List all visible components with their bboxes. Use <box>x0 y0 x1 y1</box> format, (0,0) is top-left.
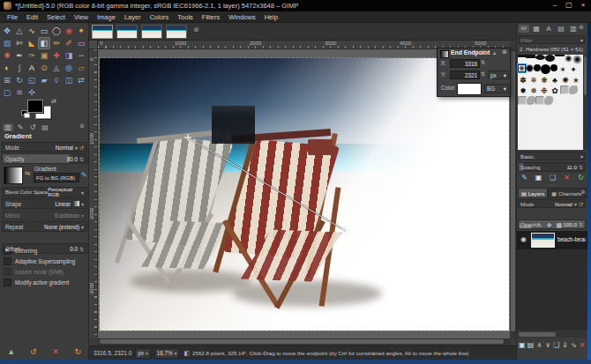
merge-down-button[interactable]: ⇘ <box>570 341 579 349</box>
menu-item[interactable]: Layer <box>120 11 146 23</box>
brush-swatch[interactable]: ❉ <box>539 85 550 96</box>
delete-layer-button[interactable]: ✕ <box>578 341 587 349</box>
alignment-tool[interactable]: △ <box>13 25 26 37</box>
repeat-row[interactable]: Repeat None (extend) ▾ <box>2 221 87 232</box>
brush-swatch[interactable]: ✦ <box>568 64 579 75</box>
spinner-icon[interactable]: ⇅ <box>79 156 84 162</box>
menu-item[interactable]: Help <box>260 11 282 23</box>
undo-history-tab[interactable]: ↺ <box>27 123 38 131</box>
fonts-tab[interactable]: A <box>543 25 554 33</box>
brush-swatch[interactable] <box>518 96 527 105</box>
endpoint-color-swatch[interactable] <box>457 83 482 95</box>
lower-layer-button[interactable]: ∨ <box>543 341 552 349</box>
brush-swatch[interactable] <box>526 55 535 58</box>
unified-transform-tool[interactable]: ⊞ <box>1 74 13 86</box>
heal-tool[interactable]: ✚ <box>50 49 63 62</box>
brush-swatch[interactable]: ❋ <box>539 75 550 85</box>
smudge-tool[interactable]: ∽ <box>75 49 87 62</box>
raise-layer-button[interactable]: ∧ <box>535 341 544 349</box>
perspective-tool[interactable]: ◊ <box>50 74 63 86</box>
brush-swatch[interactable]: ✿ <box>550 85 560 96</box>
reset-mode-icon[interactable]: ↺ <box>579 201 583 207</box>
move-tool[interactable]: ✥ <box>1 25 13 37</box>
brush-swatch[interactable]: ✶ <box>557 64 568 75</box>
perspective-clone-tool[interactable]: ◨ <box>63 49 75 62</box>
layer-mode-row[interactable]: Mode Normal ▾ ↺ <box>518 199 586 208</box>
layer-name[interactable]: beach-beach-... <box>557 236 586 242</box>
patterns-tab[interactable]: ▦ <box>531 25 542 33</box>
default-colors-icon-bg[interactable] <box>24 113 30 118</box>
tool-option-checkbox[interactable]: Modify active gradient <box>4 278 86 286</box>
new-layer-button[interactable]: ▣ <box>518 341 527 349</box>
image-tab-4[interactable] <box>166 25 187 39</box>
swap-colors-icon[interactable]: ⇄ <box>51 98 56 105</box>
layer-thumbnail[interactable] <box>531 233 555 248</box>
collapse-icon[interactable]: ▴ <box>493 49 496 56</box>
menu-item[interactable]: Tools <box>173 11 198 23</box>
brush-swatch[interactable] <box>534 64 541 71</box>
close-dock-icon[interactable]: ⊗ <box>580 189 586 196</box>
measure-tool[interactable]: ◬ <box>50 62 63 74</box>
zoom-combo[interactable]: 16.7%▾ <box>154 348 180 359</box>
brush-swatch[interactable] <box>541 64 550 74</box>
menu-item[interactable]: Select <box>42 11 70 23</box>
reset-tool-options-button[interactable]: ↻ <box>71 347 85 356</box>
unit-combo[interactable]: px▾ <box>135 348 150 359</box>
close-dock-icon[interactable]: ⊗ <box>79 123 85 130</box>
new-brush-button[interactable]: ▣ <box>533 174 544 182</box>
x-spinner-icon[interactable]: ⇅ <box>481 59 485 65</box>
navigation-button[interactable] <box>510 338 516 345</box>
maximize-button[interactable]: ▢ <box>563 0 575 11</box>
ruler-corner[interactable] <box>89 41 98 49</box>
layers-scrollbar[interactable] <box>518 331 587 338</box>
close-dialog-icon[interactable]: ⊗ <box>502 48 507 56</box>
x-input[interactable]: 3316 <box>450 59 480 68</box>
horizontal-scrollbar-thumb[interactable] <box>100 339 504 344</box>
checkbox[interactable] <box>4 279 11 286</box>
fuzzy-select-tool[interactable]: ✦ <box>75 25 87 37</box>
image-canvas[interactable] <box>100 58 509 331</box>
text-tool[interactable]: A <box>26 62 38 74</box>
delete-tool-preset-button[interactable]: ✕ <box>49 347 63 356</box>
brush-swatch[interactable] <box>572 55 582 64</box>
brush-filter-input[interactable]: Filter ▾ <box>518 35 586 44</box>
handle-transform-tool[interactable]: ✣ <box>26 86 38 99</box>
unit-combo[interactable]: px▾ <box>488 71 509 79</box>
spinner-icon[interactable]: ⇅ <box>579 164 583 170</box>
vertical-scrollbar-thumb[interactable] <box>511 51 515 331</box>
minimize-button[interactable]: – <box>549 0 561 11</box>
delete-brush-button[interactable]: ✕ <box>561 174 572 182</box>
flip-tool[interactable]: ⇄ <box>75 74 87 86</box>
brush-swatch[interactable] <box>555 55 565 56</box>
tool-option-checkbox[interactable]: Instant mode (Shift) <box>4 267 86 276</box>
brush-swatch[interactable] <box>560 85 569 94</box>
free-select-tool[interactable]: ∿ <box>26 25 38 37</box>
brush-scrollbar-thumb[interactable] <box>584 56 587 95</box>
gradient-name[interactable]: FG to BG (RGB) <box>34 173 79 182</box>
scissors-select-tool[interactable]: ✄ <box>13 37 26 49</box>
brush-swatch[interactable]: ✵ <box>528 85 539 96</box>
spacing-slider[interactable]: Spacing 11.0 ⇅ <box>518 162 586 172</box>
ink-tool[interactable]: ✒ <box>13 49 26 62</box>
image-tab-2[interactable] <box>116 25 138 39</box>
edit-brush-button[interactable]: ✎ <box>519 174 530 182</box>
images-tab[interactable]: ▤ <box>40 123 50 131</box>
image-tab-3[interactable] <box>141 25 162 39</box>
gradient-preview[interactable] <box>4 167 23 184</box>
vertical-ruler[interactable]: 0100020003000 <box>89 49 98 338</box>
select-by-color-tool[interactable]: ▧ <box>1 37 13 49</box>
brush-swatch[interactable] <box>550 64 557 71</box>
spinner-icon[interactable]: ⇅ <box>579 221 583 227</box>
close-image-tab-icon[interactable]: ⊗ <box>193 26 199 33</box>
duplicate-brush-button[interactable]: ❏ <box>547 174 558 182</box>
image-tab-1[interactable] <box>92 25 113 39</box>
ellipse-select-tool[interactable]: ◯ <box>50 25 63 37</box>
rectangle-select-tool[interactable]: ▭ <box>38 25 50 37</box>
brush-tag-combo[interactable]: Basic, ▾ <box>518 152 586 160</box>
opacity-slider[interactable]: Opacity 80.0 ⇅ <box>2 153 87 164</box>
brush-swatch[interactable] <box>535 55 545 60</box>
foreground-color-swatch[interactable] <box>27 100 43 113</box>
refresh-brushes-button[interactable]: ↻ <box>575 174 587 182</box>
crop-tool[interactable]: ▱ <box>75 62 87 74</box>
scale-tool[interactable]: ◱ <box>26 74 38 86</box>
